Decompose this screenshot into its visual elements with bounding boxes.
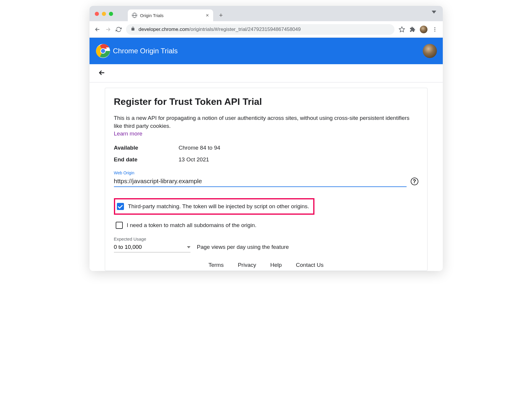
app-title: Chrome Origin Trials — [113, 47, 178, 55]
browser-window: Origin Trials × + developer.chrome.com/o… — [90, 6, 443, 271]
address-bar[interactable]: developer.chrome.com/origintrials/#/regi… — [126, 24, 395, 35]
reload-button[interactable] — [115, 26, 122, 33]
content-area: Register for Trust Token API Trial This … — [90, 82, 443, 271]
page-title: Register for Trust Token API Trial — [114, 96, 418, 107]
new-tab-button[interactable]: + — [217, 11, 226, 20]
page-back-button[interactable] — [98, 69, 106, 78]
menu-button[interactable] — [432, 26, 438, 33]
svg-marker-0 — [399, 27, 404, 32]
subdomains-checkbox-row[interactable]: I need a token to match all subdomains o… — [114, 219, 418, 231]
subheader — [90, 64, 443, 82]
window-controls — [95, 12, 128, 21]
browser-tab[interactable]: Origin Trials × — [128, 9, 213, 21]
third-party-label: Third-party matching. The token will be … — [128, 203, 309, 210]
back-button[interactable] — [94, 26, 101, 33]
tab-bar: Origin Trials × + — [90, 6, 443, 21]
web-origin-input[interactable] — [114, 176, 407, 187]
svg-point-5 — [101, 49, 105, 53]
web-origin-field: Web Origin ? — [114, 171, 418, 187]
available-value: Chrome 84 to 94 — [179, 145, 221, 151]
footer-contact-link[interactable]: Contact Us — [296, 262, 324, 268]
lock-icon — [131, 27, 135, 32]
svg-point-1 — [434, 27, 435, 28]
tab-title: Origin Trials — [140, 13, 164, 18]
web-origin-label: Web Origin — [114, 171, 418, 175]
footer-privacy-link[interactable]: Privacy — [238, 262, 256, 268]
bookmark-star-icon[interactable] — [399, 26, 405, 33]
user-avatar[interactable] — [423, 44, 437, 58]
url-domain: developer.chrome.com — [139, 27, 189, 32]
window-close-button[interactable] — [95, 12, 99, 16]
help-icon[interactable]: ? — [411, 178, 418, 185]
learn-more-link[interactable]: Learn more — [114, 130, 142, 137]
usage-label: Expected Usage — [114, 236, 418, 241]
chrome-logo-icon — [95, 43, 111, 59]
third-party-checkbox-row[interactable]: Third-party matching. The token will be … — [114, 198, 314, 215]
registration-card: Register for Trust Token API Trial This … — [105, 88, 427, 271]
end-date-label: End date — [114, 156, 179, 163]
end-date-row: End date 13 Oct 2021 — [114, 156, 418, 163]
usage-select[interactable]: 0 to 10,000 — [114, 242, 190, 252]
forward-button[interactable] — [105, 26, 111, 33]
globe-icon — [132, 13, 137, 18]
available-row: Available Chrome 84 to 94 — [114, 145, 418, 151]
svg-point-2 — [434, 29, 435, 30]
svg-point-3 — [434, 31, 435, 32]
app-header: Chrome Origin Trials — [90, 38, 443, 64]
page-description: This is a new API for propagating a noti… — [114, 114, 418, 130]
window-minimize-button[interactable] — [102, 12, 106, 16]
usage-value: 0 to 10,000 — [114, 244, 142, 250]
account-chevron-icon[interactable] — [432, 11, 436, 14]
footer-terms-link[interactable]: Terms — [208, 262, 224, 268]
url-path: /origintrials/#/register_trial/247923159… — [189, 27, 301, 32]
profile-avatar[interactable] — [420, 26, 427, 33]
toolbar: developer.chrome.com/origintrials/#/regi… — [90, 21, 443, 38]
extensions-icon[interactable] — [409, 26, 416, 33]
url-text: developer.chrome.com/origintrials/#/regi… — [139, 27, 301, 32]
footer-help-link[interactable]: Help — [270, 262, 282, 268]
chevron-down-icon — [187, 246, 190, 248]
info-table: Available Chrome 84 to 94 End date 13 Oc… — [114, 145, 418, 163]
available-label: Available — [114, 145, 179, 151]
subdomains-checkbox[interactable] — [116, 222, 123, 229]
usage-description: Page views per day using the feature — [197, 244, 289, 250]
third-party-checkbox[interactable] — [117, 203, 124, 210]
tab-close-button[interactable]: × — [206, 12, 209, 19]
subdomains-label: I need a token to match all subdomains o… — [127, 222, 256, 229]
window-maximize-button[interactable] — [109, 12, 113, 16]
end-date-value: 13 Oct 2021 — [179, 156, 209, 163]
footer-links: Terms Privacy Help Contact Us — [114, 262, 418, 268]
usage-group: Expected Usage 0 to 10,000 Page views pe… — [114, 236, 418, 252]
